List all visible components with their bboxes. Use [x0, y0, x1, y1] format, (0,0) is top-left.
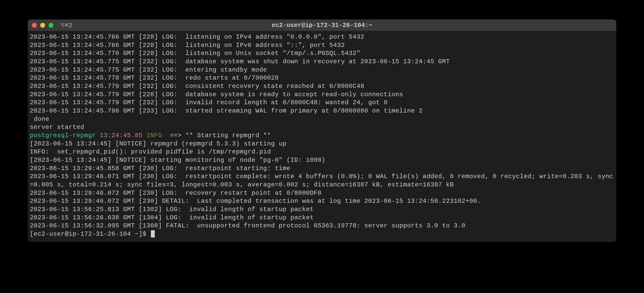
log-line: 2023-06-15 13:24:45.779 GMT [232] LOG: c… — [30, 82, 614, 90]
prompt-text: [ec2-user@ip-172-31-26-104 ~]$ — [30, 231, 150, 238]
log-timestamp: 13:24:45.85 — [100, 132, 143, 139]
traffic-lights — [32, 23, 53, 28]
log-line: 2023-06-15 13:24:45.796 GMT [233] LOG: s… — [30, 107, 614, 115]
log-line: 2023-06-15 13:24:45.775 GMT [232] LOG: d… — [30, 58, 614, 66]
log-level: INFO — [146, 132, 166, 139]
log-line: done — [30, 115, 614, 123]
log-line: postgresql-repmgr 13:24:45.85 INFO ==> *… — [30, 131, 614, 140]
terminal-window: ⌥⌘2 ec2-user@ip-172-31-26-104:~ 2023-06-… — [28, 19, 616, 242]
window-title: ec2-user@ip-172-31-26-104:~ — [272, 22, 373, 29]
shell-prompt[interactable]: [ec2-user@ip-172-31-26-104 ~]$ — [30, 230, 614, 238]
log-line: 2023-06-15 13:29:45.858 GMT [230] LOG: r… — [30, 164, 614, 173]
log-line: 2023-06-15 13:24:45.778 GMT [232] LOG: r… — [30, 74, 614, 82]
log-line: 2023-06-15 13:24:45.766 GMT [228] LOG: l… — [30, 33, 614, 41]
log-message: ==> ** Starting repmgrd ** — [170, 132, 271, 139]
log-line: 2023-06-15 13:24:45.770 GMT [228] LOG: l… — [30, 49, 614, 58]
service-name: postgresql-repmgr — [30, 132, 96, 139]
log-line: [2023-06-15 13:24:45] [NOTICE] starting … — [30, 156, 614, 164]
terminal-output[interactable]: 2023-06-15 13:24:45.766 GMT [228] LOG: l… — [28, 31, 616, 242]
log-line: INFO: set_repmgrd_pid(): provided pidfil… — [30, 148, 614, 156]
log-line: 2023-06-15 13:56:26.638 GMT [1304] LOG: … — [30, 214, 614, 222]
maximize-icon[interactable] — [48, 23, 53, 28]
log-line: server started — [30, 123, 614, 131]
log-line: 2023-06-15 13:29:46.072 GMT [230] LOG: r… — [30, 189, 614, 197]
log-line: 2023-06-15 13:24:45.779 GMT [232] LOG: i… — [30, 99, 614, 107]
log-line: 2023-06-15 13:24:45.779 GMT [228] LOG: d… — [30, 90, 614, 99]
log-line: 2023-06-15 13:24:45.775 GMT [232] LOG: e… — [30, 66, 614, 74]
log-line: 2023-06-15 13:56:32.095 GMT [1308] FATAL… — [30, 222, 614, 230]
log-line: 2023-06-15 13:29:46.071 GMT [230] LOG: r… — [30, 172, 614, 189]
tab-indicator: ⌥⌘2 — [61, 22, 73, 29]
titlebar: ⌥⌘2 ec2-user@ip-172-31-26-104:~ — [28, 19, 616, 31]
log-line: 2023-06-15 13:56:25.813 GMT [1302] LOG: … — [30, 205, 614, 214]
log-line: 2023-06-15 13:24:45.766 GMT [228] LOG: l… — [30, 41, 614, 50]
cursor-icon — [151, 230, 155, 238]
close-icon[interactable] — [32, 23, 37, 28]
log-line: 2023-06-15 13:29:46.072 GMT [230] DETAIL… — [30, 197, 614, 205]
minimize-icon[interactable] — [40, 23, 45, 28]
log-line: [2023-06-15 13:24:45] [NOTICE] repmgrd (… — [30, 140, 614, 148]
